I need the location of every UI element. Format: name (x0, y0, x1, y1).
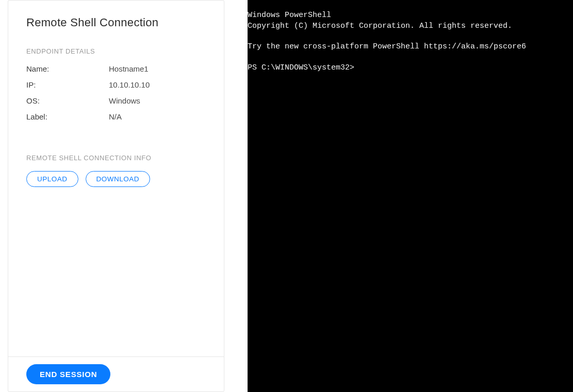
terminal-line: Copyright (C) Microsoft Corporation. All… (248, 22, 512, 30)
detail-label-ip: IP: (26, 80, 109, 89)
end-session-button[interactable]: END SESSION (26, 364, 110, 384)
detail-value-os: Windows (109, 96, 140, 105)
detail-row-ip: IP: 10.10.10.10 (26, 80, 206, 89)
detail-label-name: Name: (26, 64, 109, 73)
download-button[interactable]: DOWNLOAD (86, 171, 151, 187)
detail-label-os: OS: (26, 96, 109, 105)
detail-value-label: N/A (109, 112, 122, 121)
detail-row-os: OS: Windows (26, 96, 206, 105)
detail-row-name: Name: Hostname1 (26, 64, 206, 73)
upload-button[interactable]: UPLOAD (26, 171, 78, 187)
detail-value-ip: 10.10.10.10 (109, 80, 150, 89)
terminal-line: Windows PowerShell (248, 11, 331, 20)
terminal-line: PS C:\WINDOWS\system32> (248, 63, 354, 72)
detail-label-label: Label: (26, 112, 109, 121)
terminal-line: Try the new cross-platform PowerShell ht… (248, 42, 526, 51)
terminal[interactable]: Windows PowerShell Copyright (C) Microso… (248, 0, 573, 392)
page-title: Remote Shell Connection (26, 16, 206, 29)
details-panel: Remote Shell Connection ENDPOINT DETAILS… (8, 0, 224, 392)
endpoint-details-header: ENDPOINT DETAILS (26, 47, 206, 55)
connection-info-header: REMOTE SHELL CONNECTION INFO (26, 154, 206, 162)
detail-row-label: Label: N/A (26, 112, 206, 121)
detail-value-name: Hostname1 (109, 64, 149, 73)
